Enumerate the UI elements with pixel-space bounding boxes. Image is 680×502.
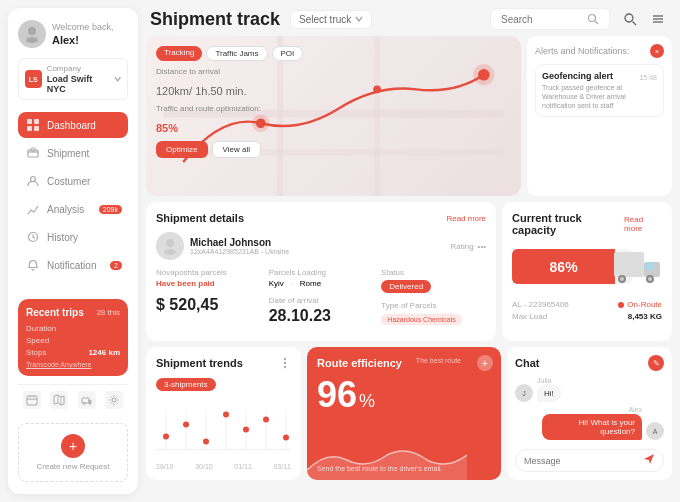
svg-point-23 bbox=[625, 14, 633, 22]
sidebar-item-analysis[interactable]: Analysis 209k bbox=[18, 196, 128, 222]
svg-rect-2 bbox=[27, 119, 32, 124]
person-name: Michael Johnson bbox=[190, 237, 289, 248]
chat-bubble-sent: Hi! What is your question? bbox=[542, 414, 642, 440]
sidebar-item-shipment[interactable]: Shipment bbox=[18, 140, 128, 166]
svg-point-57 bbox=[223, 412, 229, 418]
filter-tracking[interactable]: Tracking bbox=[156, 46, 202, 61]
chat-messages: J Julia Hi! A Alex Hi! What is your ques… bbox=[515, 377, 664, 443]
truck-info: AL - 223965406 On-Route Max Load 8,453 K… bbox=[512, 300, 662, 321]
speed-label: Speed bbox=[26, 336, 49, 345]
svg-point-38 bbox=[164, 249, 176, 255]
alert-text: Truck passed geofence at Warehouse & Dri… bbox=[542, 83, 657, 110]
create-plus-icon: + bbox=[61, 434, 85, 458]
trips-link[interactable]: Transcode Anywhere bbox=[26, 361, 120, 368]
sidebar-profile: Welcome back, Alex! bbox=[18, 20, 128, 48]
company-selector[interactable]: LS Company Load Swift NYC bbox=[18, 58, 128, 100]
shipment-details-title: Shipment details bbox=[156, 212, 244, 224]
menu-icon[interactable] bbox=[648, 9, 668, 29]
chat-message-received: J Julia Hi! bbox=[515, 377, 664, 402]
sidebar-item-costumer[interactable]: Costumer bbox=[18, 168, 128, 194]
trend-label-2: 30/10 bbox=[195, 463, 213, 470]
profile-name: Alex! bbox=[52, 34, 113, 46]
nav-label-dashboard: Dashboard bbox=[47, 120, 96, 131]
chat-input[interactable] bbox=[524, 456, 639, 466]
optimize-button[interactable]: Optimize bbox=[156, 141, 208, 158]
map-filters: Tracking Traffic Jams POI bbox=[156, 46, 511, 61]
analysis-icon bbox=[26, 202, 40, 216]
chat-bubble-received: Hi! bbox=[537, 385, 561, 402]
sidebar-item-history[interactable]: History bbox=[18, 224, 128, 250]
shipment-details-card: Shipment details Read more Michael Johns… bbox=[146, 202, 496, 341]
truck-status: On-Route bbox=[618, 300, 662, 309]
svg-rect-5 bbox=[34, 126, 39, 131]
max-load-value: 8,453 KG bbox=[628, 312, 662, 321]
truck-read-more[interactable]: Read more bbox=[624, 215, 662, 233]
chat-send-button[interactable] bbox=[643, 453, 655, 468]
create-request-button[interactable]: + Create new Request bbox=[18, 423, 128, 482]
search-input[interactable] bbox=[501, 14, 581, 25]
alert-time: 15:48 bbox=[639, 74, 657, 81]
svg-point-59 bbox=[243, 427, 249, 433]
parcels-to: Rome bbox=[300, 279, 321, 288]
distance-label: Distance to arrival bbox=[156, 67, 511, 76]
sidebar-item-dashboard[interactable]: Dashboard bbox=[18, 112, 128, 138]
alerts-close-button[interactable]: × bbox=[650, 44, 664, 58]
view-all-button[interactable]: View all bbox=[212, 141, 261, 158]
alert-title: Geofencing alert bbox=[542, 71, 613, 81]
sidebar-bottom-icons bbox=[18, 384, 128, 415]
shipment-person: Michael Johnson 12xA4A412985231AB - Ukra… bbox=[156, 232, 486, 260]
search-header-icon[interactable] bbox=[620, 9, 640, 29]
svg-point-47 bbox=[284, 362, 286, 364]
shipment-read-more[interactable]: Read more bbox=[446, 214, 486, 223]
nav-label-costumer: Costumer bbox=[47, 176, 90, 187]
company-logo: LS bbox=[25, 70, 42, 88]
notification-badge: 2 bbox=[110, 261, 122, 270]
svg-rect-4 bbox=[27, 126, 32, 131]
alert-item: Geofencing alert 15:48 Truck passed geof… bbox=[535, 64, 664, 117]
header: Shipment track Select truck bbox=[146, 8, 672, 30]
welcome-text: Welcome back, bbox=[52, 22, 113, 34]
chat-avatar-julia: J bbox=[515, 384, 533, 402]
paid-status: Have been paid bbox=[156, 279, 261, 288]
route-wave bbox=[307, 440, 467, 480]
route-add-button[interactable]: + bbox=[477, 355, 493, 371]
svg-point-46 bbox=[284, 358, 286, 360]
map-distance-value: 120km/ 1h.50 min. bbox=[156, 76, 511, 100]
route-symbol: % bbox=[359, 391, 375, 412]
nav-label-notification: Notification bbox=[47, 260, 96, 271]
chat-title: Chat bbox=[515, 357, 539, 369]
shipment-icon bbox=[26, 146, 40, 160]
chat-edit-button[interactable]: ✎ bbox=[648, 355, 664, 371]
svg-point-0 bbox=[28, 27, 36, 35]
recent-trips-card: Recent trips 28 this Duration Speed Stop… bbox=[18, 299, 128, 376]
svg-rect-39 bbox=[614, 252, 644, 277]
parcels-from: Kyiv bbox=[269, 279, 284, 288]
truck-selector[interactable]: Select truck bbox=[290, 10, 372, 29]
company-label: Company bbox=[47, 64, 109, 74]
truck-capacity-card: Current truck capacity Read more 86% bbox=[502, 202, 672, 341]
svg-point-51 bbox=[163, 434, 169, 440]
map-icon[interactable] bbox=[50, 391, 68, 409]
svg-point-37 bbox=[166, 239, 174, 247]
trend-filter[interactable]: 3-shipments bbox=[156, 378, 216, 391]
dashboard-icon bbox=[26, 118, 40, 132]
filter-poi[interactable]: POI bbox=[272, 46, 304, 61]
svg-point-55 bbox=[203, 439, 209, 445]
trends-more-icon[interactable] bbox=[279, 357, 291, 369]
svg-rect-17 bbox=[82, 398, 89, 403]
settings-icon[interactable] bbox=[105, 391, 123, 409]
sidebar-item-notification[interactable]: Notification 2 bbox=[18, 252, 128, 278]
svg-rect-3 bbox=[34, 119, 39, 124]
alerts-title: Alerts and Notifications: bbox=[535, 46, 630, 56]
truck-icon[interactable] bbox=[78, 391, 96, 409]
sidebar: Welcome back, Alex! LS Company Load Swif… bbox=[8, 8, 138, 494]
max-load-label: Max Load bbox=[512, 312, 547, 321]
filter-traffic[interactable]: Traffic Jams bbox=[206, 46, 267, 61]
search-box bbox=[490, 8, 610, 30]
top-row: Tracking Traffic Jams POI Distance to ar… bbox=[146, 36, 672, 196]
status-badge: Delivered bbox=[381, 280, 431, 293]
truck-selector-label: Select truck bbox=[299, 14, 351, 25]
calendar-icon[interactable] bbox=[23, 391, 41, 409]
chevron-down-icon bbox=[114, 75, 121, 83]
opt-label: Traffic and route optimization: bbox=[156, 104, 511, 113]
